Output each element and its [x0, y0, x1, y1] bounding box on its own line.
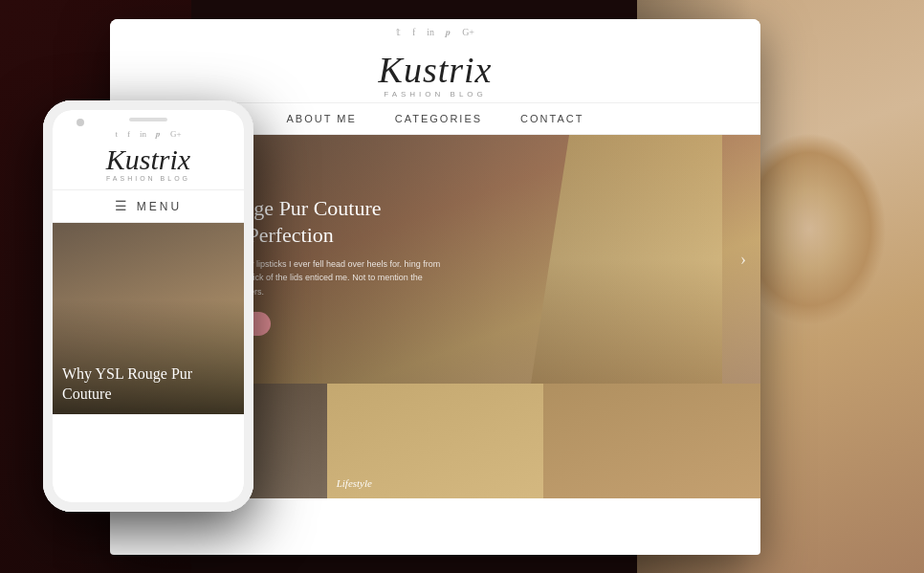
phone-social-bar: t f in 𝒑 G+ [53, 125, 244, 143]
nav-categories[interactable]: CATEGORIES [395, 113, 482, 124]
desktop-social-bar: 𝕥 f in 𝒑 G+ [110, 19, 760, 44]
phone-facebook-icon: f [127, 129, 130, 140]
site-logo: Kustrix [110, 52, 760, 88]
grid-item-2: Lifestyle [327, 384, 544, 498]
nav-about[interactable]: ABOUT ME [287, 113, 357, 124]
phone-pinterest-icon: 𝒑 [156, 129, 161, 140]
logo-area: Kustrix FASHION BLOG [110, 44, 760, 102]
phone-twitter-icon: t [115, 129, 118, 140]
grid-item-3 [543, 384, 760, 498]
next-slide-arrow[interactable]: › [740, 250, 746, 270]
site-tagline: FASHION BLOG [110, 90, 760, 99]
phone-logo: Kustrix [53, 143, 244, 175]
nav-contact[interactable]: CONTACT [520, 113, 583, 124]
twitter-icon: 𝕥 [396, 27, 401, 38]
mobile-mockup: t f in 𝒑 G+ Kustrix FASHION BLOG ☰ MENU … [43, 100, 253, 512]
phone-tagline: FASHION BLOG [53, 175, 244, 182]
grid-label-lifestyle: Lifestyle [337, 477, 372, 489]
phone-googleplus-icon: G+ [170, 129, 182, 140]
phone-menu-label: MENU [137, 200, 182, 213]
phone-speaker [129, 118, 167, 121]
phone-camera [77, 119, 84, 126]
phone-frame: t f in 𝒑 G+ Kustrix FASHION BLOG ☰ MENU … [43, 100, 253, 512]
phone-top-bar [53, 110, 244, 125]
phone-linkedin-icon: in [140, 129, 146, 140]
phone-hero-title: Why YSL Rouge Pur Couture [62, 364, 234, 405]
googleplus-icon: G+ [462, 27, 474, 38]
phone-hero: Why YSL Rouge Pur Couture [53, 223, 244, 414]
pinterest-icon: 𝒑 [446, 27, 451, 38]
phone-menu-bar[interactable]: ☰ MENU [53, 189, 244, 223]
hamburger-icon: ☰ [115, 198, 127, 214]
facebook-icon: f [412, 27, 415, 38]
linkedin-icon: in [427, 27, 434, 38]
